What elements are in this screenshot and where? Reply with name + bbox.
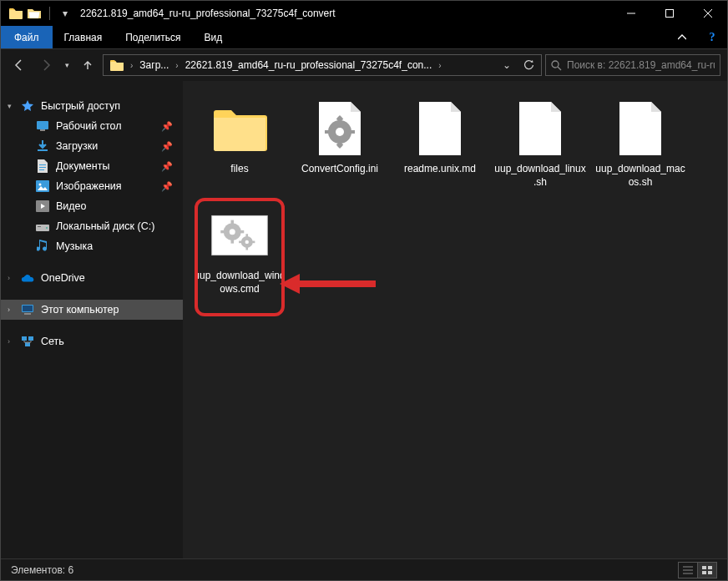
- network-icon: [21, 335, 34, 348]
- sidebar-item-this-pc[interactable]: › Этот компьютер: [1, 300, 183, 320]
- sidebar-item-label: Рабочий стол: [56, 120, 121, 132]
- chevron-right-icon[interactable]: ›: [174, 61, 179, 70]
- window-title: 22621.819_amd64_ru-ru_professional_73275…: [80, 8, 612, 19]
- svg-rect-16: [23, 306, 33, 311]
- star-icon: [21, 99, 34, 113]
- pin-icon: 📌: [161, 141, 173, 152]
- nav-group-thispc: › Этот компьютер: [1, 300, 183, 320]
- sidebar-item-downloads[interactable]: Загрузки 📌: [1, 136, 183, 156]
- sidebar-item-onedrive[interactable]: › OneDrive: [1, 268, 183, 288]
- chevron-right-icon[interactable]: ›: [129, 61, 134, 70]
- sidebar-item-network[interactable]: › Сеть: [1, 331, 183, 351]
- sidebar-item-music[interactable]: Музыка: [1, 236, 183, 256]
- svg-point-14: [46, 227, 48, 229]
- svg-rect-40: [245, 234, 248, 237]
- file-icon: [611, 99, 670, 158]
- file-item-folder[interactable]: files: [190, 96, 290, 203]
- view-large-icons-button[interactable]: [697, 562, 717, 578]
- sidebar-item-pictures[interactable]: Изображения 📌: [1, 176, 183, 196]
- nav-recent-dropdown[interactable]: ▾: [61, 53, 73, 77]
- search-placeholder: Поиск в: 22621.819_amd64_ru-ru...: [567, 59, 715, 71]
- svg-rect-25: [325, 130, 330, 134]
- explorer-window: ▾ 22621.819_amd64_ru-ru_professional_732…: [0, 0, 728, 581]
- file-label: files: [227, 163, 251, 176]
- help-icon[interactable]: ?: [697, 26, 727, 48]
- address-box[interactable]: › Загр... › 22621.819_amd64_ru-ru_profes…: [103, 54, 542, 76]
- file-label: readme.unix.md: [401, 163, 479, 176]
- file-item-generic[interactable]: readme.unix.md: [390, 96, 490, 203]
- svg-rect-42: [239, 241, 242, 244]
- chevron-right-icon[interactable]: ›: [8, 306, 10, 314]
- close-button[interactable]: [689, 1, 727, 26]
- ribbon-collapse-icon[interactable]: [667, 26, 697, 48]
- chevron-down-icon[interactable]: ▾: [8, 102, 12, 110]
- file-list[interactable]: files ConvertConfig.ini readme.unix.md: [183, 81, 727, 558]
- chevron-right-icon[interactable]: ›: [8, 274, 10, 282]
- nav-group-onedrive: › OneDrive: [1, 268, 183, 288]
- file-item-generic[interactable]: uup_download_linux.sh: [490, 96, 590, 203]
- video-icon: [36, 200, 49, 213]
- file-item-ini[interactable]: ConvertConfig.ini: [290, 96, 390, 203]
- ribbon-tab-view[interactable]: Вид: [192, 26, 234, 48]
- sidebar-item-documents[interactable]: Документы 📌: [1, 156, 183, 176]
- nav-pane[interactable]: ▾ Быстрый доступ Рабочий стол 📌 Загрузки…: [1, 81, 183, 558]
- sidebar-item-label: OneDrive: [41, 272, 85, 284]
- file-item-cmd[interactable]: uup_download_windows.cmd: [190, 203, 290, 310]
- nav-up-button[interactable]: [76, 53, 99, 77]
- search-icon: [551, 60, 562, 71]
- file-icon: [511, 99, 569, 158]
- svg-rect-8: [38, 149, 48, 151]
- svg-rect-17: [24, 313, 31, 315]
- ini-file-icon: [311, 99, 369, 158]
- ribbon-tab-home[interactable]: Главная: [53, 26, 114, 48]
- sidebar-item-label: Музыка: [56, 240, 93, 252]
- folder-open-icon[interactable]: [26, 5, 43, 22]
- svg-point-4: [552, 61, 559, 68]
- svg-line-5: [558, 67, 561, 70]
- file-item-generic[interactable]: uup_download_macos.sh: [590, 96, 690, 203]
- breadcrumb-item[interactable]: 22621.819_amd64_ru-ru_professional_73275…: [180, 55, 437, 75]
- ribbon-file-tab[interactable]: Файл: [1, 26, 53, 48]
- svg-rect-13: [38, 226, 41, 227]
- body: ▾ Быстрый доступ Рабочий стол 📌 Загрузки…: [1, 81, 727, 558]
- search-box[interactable]: Поиск в: 22621.819_amd64_ru-ru...: [545, 54, 720, 76]
- breadcrumb-item[interactable]: Загр...: [134, 55, 174, 75]
- sidebar-item-label: Быстрый доступ: [41, 100, 120, 112]
- sidebar-item-video[interactable]: Видео: [1, 196, 183, 216]
- spacer: [234, 26, 667, 48]
- view-details-button[interactable]: [678, 562, 698, 578]
- file-label: uup_download_linux.sh: [490, 163, 590, 189]
- sidebar-item-label: Локальный диск (C:): [56, 220, 154, 232]
- chevron-right-icon[interactable]: ›: [437, 61, 442, 70]
- separator: [49, 7, 50, 20]
- svg-rect-37: [240, 230, 244, 234]
- svg-rect-26: [350, 130, 355, 134]
- refresh-icon[interactable]: [518, 55, 539, 75]
- nav-forward-button[interactable]: [34, 53, 58, 77]
- sidebar-item-label: Сеть: [41, 336, 64, 347]
- svg-rect-43: [252, 241, 255, 244]
- maximize-button[interactable]: [650, 1, 689, 26]
- file-label: uup_download_macos.sh: [590, 163, 690, 189]
- breadcrumb-root-icon[interactable]: [105, 55, 129, 75]
- sidebar-item-local-disk[interactable]: Локальный диск (C:): [1, 216, 183, 236]
- documents-icon: [36, 159, 49, 173]
- qat-dropdown-icon[interactable]: ▾: [57, 5, 73, 22]
- tab-label: Главная: [64, 32, 103, 43]
- titlebar[interactable]: ▾ 22621.819_amd64_ru-ru_professional_732…: [1, 1, 727, 26]
- pin-icon: 📌: [161, 121, 173, 132]
- address-dropdown-icon[interactable]: ⌄: [496, 55, 518, 75]
- pin-icon: 📌: [161, 161, 173, 172]
- sidebar-item-label: Загрузки: [56, 140, 98, 152]
- minimize-button[interactable]: [612, 1, 650, 26]
- svg-rect-48: [702, 566, 706, 569]
- sidebar-item-label: Этот компьютер: [41, 304, 119, 316]
- sidebar-item-desktop[interactable]: Рабочий стол 📌: [1, 116, 183, 136]
- ribbon-file-label: Файл: [14, 32, 39, 43]
- chevron-right-icon[interactable]: ›: [8, 337, 10, 346]
- disk-icon: [36, 220, 49, 233]
- ribbon-tab-share[interactable]: Поделиться: [114, 26, 192, 48]
- nav-back-button[interactable]: [8, 53, 31, 77]
- svg-point-10: [39, 184, 42, 186]
- sidebar-item-quick-access[interactable]: ▾ Быстрый доступ: [1, 96, 183, 116]
